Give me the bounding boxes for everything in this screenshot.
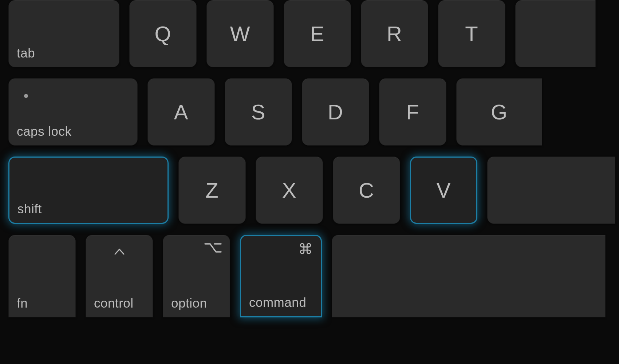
t-label: T	[465, 21, 478, 46]
z-label: Z	[205, 178, 218, 202]
fn-key[interactable]: fn	[8, 235, 76, 317]
tab-label: tab	[17, 46, 35, 60]
e-label: E	[310, 21, 325, 46]
caps-lock-label: caps lock	[17, 124, 71, 139]
t-key[interactable]: T	[438, 0, 505, 67]
f-key[interactable]: F	[379, 78, 446, 146]
f-label: F	[406, 100, 419, 124]
d-key[interactable]: D	[302, 78, 369, 146]
keyboard-row-4: fn control option	[0, 235, 619, 317]
d-label: D	[328, 100, 343, 124]
option-glyph-icon	[204, 241, 222, 256]
w-key[interactable]: W	[206, 0, 274, 67]
partial-key-r1[interactable]	[515, 0, 596, 67]
c-label: C	[359, 178, 374, 202]
keyboard-row-3: shift Z X C V	[0, 157, 619, 224]
keyboard: tab Q W E R T caps lock A S D	[0, 0, 619, 364]
keyboard-row-1: tab Q W E R T	[0, 0, 619, 67]
keyboard-row-2: caps lock A S D F G	[0, 78, 619, 146]
shift-key[interactable]: shift	[8, 157, 169, 224]
x-key[interactable]: X	[256, 157, 323, 224]
z-key[interactable]: Z	[178, 157, 246, 224]
v-key[interactable]: V	[410, 157, 477, 224]
control-label: control	[94, 296, 134, 310]
c-key[interactable]: C	[333, 157, 400, 224]
q-label: Q	[154, 21, 171, 46]
space-key[interactable]	[332, 235, 606, 317]
r-key[interactable]: R	[361, 0, 428, 67]
caps-lock-key[interactable]: caps lock	[8, 78, 138, 146]
a-key[interactable]: A	[147, 78, 215, 146]
r-label: R	[387, 21, 402, 46]
option-key[interactable]: option	[163, 235, 230, 317]
caps-lock-indicator-icon	[24, 94, 28, 98]
control-key[interactable]: control	[86, 235, 153, 317]
fn-label: fn	[17, 296, 28, 310]
option-label: option	[171, 296, 207, 310]
shift-label: shift	[17, 202, 42, 216]
q-key[interactable]: Q	[129, 0, 197, 67]
s-key[interactable]: S	[225, 78, 292, 146]
control-glyph-icon	[86, 241, 153, 258]
command-glyph-icon: ⌘	[298, 242, 313, 256]
x-label: X	[282, 178, 297, 202]
e-key[interactable]: E	[284, 0, 351, 67]
partial-key-r3[interactable]	[487, 157, 615, 224]
tab-key[interactable]: tab	[8, 0, 119, 67]
g-key[interactable]: G	[456, 78, 542, 146]
a-label: A	[174, 100, 189, 124]
command-label: command	[249, 295, 306, 310]
command-key[interactable]: ⌘ command	[240, 235, 322, 317]
s-label: S	[251, 100, 266, 124]
w-label: W	[230, 21, 251, 46]
v-label: V	[437, 178, 451, 202]
g-label: G	[491, 100, 508, 124]
